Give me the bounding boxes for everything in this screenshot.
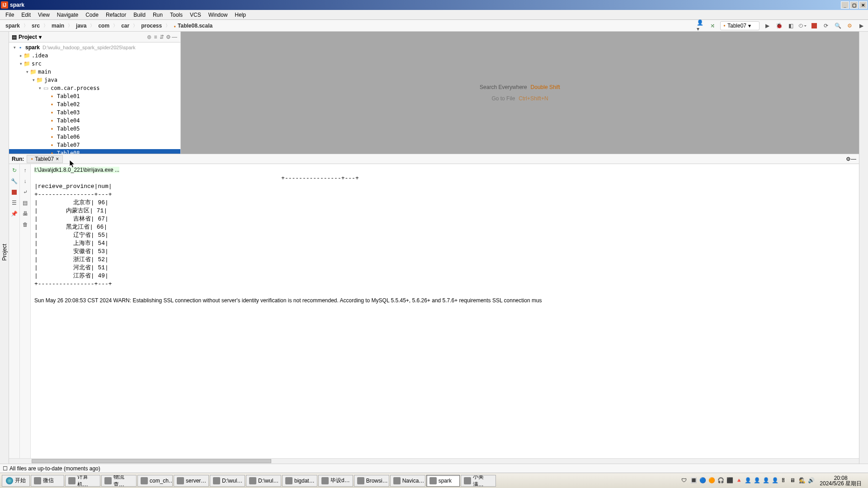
taskbar-button[interactable]: bigdat… <box>282 475 317 487</box>
search-icon[interactable]: 🔍 <box>834 22 842 30</box>
taskbar-button[interactable]: 小美满… <box>461 475 496 487</box>
menu-vcs[interactable]: VCS <box>186 11 205 19</box>
settings-icon[interactable]: ⚙ <box>165 34 171 40</box>
taskbar-button[interactable]: spark <box>426 475 460 487</box>
taskbar-button[interactable]: 毕设d… <box>318 475 353 487</box>
menu-help[interactable]: Help <box>231 11 250 19</box>
tree-item[interactable]: ▾📁src <box>9 60 180 68</box>
menu-view[interactable]: View <box>34 11 53 19</box>
tree-item[interactable]: Table08 <box>9 149 180 154</box>
hide-panel-icon[interactable]: — <box>171 34 178 40</box>
tray-icon[interactable]: 🛡 <box>681 477 689 484</box>
menu-edit[interactable]: Edit <box>18 11 34 19</box>
taskbar-button[interactable]: 物流查… <box>101 475 137 487</box>
maximize-button[interactable]: ▢ <box>850 1 858 9</box>
scroll-icon[interactable]: ▤ <box>22 199 29 206</box>
collapse-all-icon[interactable]: ⇵ <box>159 34 165 40</box>
stop-icon[interactable] <box>11 188 18 196</box>
tree-item[interactable]: ▾📁java <box>9 76 180 84</box>
tree-item[interactable]: Table03 <box>9 108 180 117</box>
wrap-icon[interactable]: ⤶ <box>22 188 29 196</box>
taskbar-button[interactable]: com_ch… <box>137 475 173 487</box>
run-anything-button[interactable]: ▶ <box>857 22 865 30</box>
crumb[interactable]: process <box>138 22 165 30</box>
menu-run[interactable]: Run <box>149 11 166 19</box>
print-icon[interactable]: 🖶 <box>22 210 29 217</box>
crumb[interactable]: java <box>73 22 89 30</box>
tree-item[interactable]: Table05 <box>9 125 180 133</box>
run-button[interactable]: ▶ <box>763 22 771 30</box>
taskbar-button[interactable]: 计算机… <box>65 475 100 487</box>
tray-icon[interactable]: ⬛ <box>726 477 734 484</box>
run-tab[interactable]: Table07 × <box>27 155 63 163</box>
run-hide-icon[interactable]: — <box>851 156 856 162</box>
tree-item[interactable]: ▸📁.idea <box>9 52 180 60</box>
debug-button[interactable]: 🐞 <box>775 22 783 30</box>
rerun-icon[interactable]: ↻ <box>11 167 18 174</box>
menu-tools[interactable]: Tools <box>166 11 186 19</box>
update-button[interactable]: ⟳ <box>822 22 830 30</box>
tree-item[interactable]: Table01 <box>9 92 180 100</box>
tray-icon[interactable]: 🖥 <box>790 477 797 484</box>
clear-icon[interactable]: 🗑 <box>22 221 29 228</box>
profile-button[interactable]: ⏲▾ <box>798 22 807 30</box>
tree-item[interactable]: Table02 <box>9 100 180 108</box>
tray-icon[interactable]: 🔵 <box>699 477 707 484</box>
tray-icon[interactable]: 🕵 <box>799 477 806 484</box>
tray-icon[interactable]: 👤 <box>772 477 779 484</box>
run-settings-icon[interactable]: ⚙ <box>846 156 851 162</box>
crumb[interactable]: spark <box>3 22 23 30</box>
tree-item[interactable]: Table07 <box>9 141 180 149</box>
tray-icon[interactable]: 🔊 <box>808 477 815 484</box>
add-config-icon[interactable]: 👤▾ <box>697 22 705 30</box>
run-config-selector[interactable]: Table07 ▾ <box>720 21 760 30</box>
layout-icon[interactable]: ☰ <box>11 199 18 206</box>
console-hscrollbar[interactable] <box>9 458 859 464</box>
tree-item[interactable]: ▾▭com.car.process <box>9 84 180 92</box>
console-output[interactable]: I:\Java\jdk1.8.0_221\bin\java.exe ... +-… <box>31 164 859 458</box>
crumb[interactable]: car <box>118 22 132 30</box>
expand-all-icon[interactable]: ≡ <box>152 34 159 40</box>
down-icon[interactable]: ↓ <box>22 178 29 185</box>
taskbar-button[interactable]: 微信 <box>31 475 64 487</box>
tray-icon[interactable]: 👤 <box>754 477 761 484</box>
tray-icon[interactable]: 🎧 <box>717 477 725 484</box>
menu-window[interactable]: Window <box>205 11 231 19</box>
tray-icon[interactable]: 🟠 <box>708 477 716 484</box>
project-tree[interactable]: ▾sparkD:\wuliu_hadoop_spark_spider2025\s… <box>9 42 180 154</box>
taskbar-button[interactable]: D:\wul… <box>246 475 281 487</box>
menu-file[interactable]: File <box>2 11 18 19</box>
taskbar-button[interactable]: D:\wul… <box>210 475 245 487</box>
crumb[interactable]: com <box>95 22 112 30</box>
tray-icon[interactable]: 🎚 <box>781 477 788 484</box>
crumb-current[interactable]: Table08.scala <box>171 22 215 30</box>
taskbar-button[interactable]: Browsi… <box>354 475 389 487</box>
close-button[interactable]: ✕ <box>859 1 867 9</box>
stop-button[interactable] <box>810 22 818 30</box>
tree-item[interactable]: Table04 <box>9 117 180 125</box>
select-opened-icon[interactable]: ⊚ <box>146 34 152 40</box>
menu-code[interactable]: Code <box>82 11 102 19</box>
minimize-button[interactable]: _ <box>841 1 849 9</box>
up-icon[interactable]: ↑ <box>22 167 29 174</box>
taskbar-button[interactable]: server… <box>174 475 209 487</box>
tree-item[interactable]: ▾sparkD:\wuliu_hadoop_spark_spider2025\s… <box>9 43 180 52</box>
tray-icon[interactable]: 👤 <box>763 477 770 484</box>
menu-refactor[interactable]: Refactor <box>102 11 130 19</box>
tray-icon[interactable]: 🔺 <box>736 477 743 484</box>
build-icon[interactable]: ⤨ <box>708 22 717 30</box>
pin-icon[interactable]: 📌 <box>11 210 18 217</box>
tree-item[interactable]: ▾📁main <box>9 68 180 76</box>
tree-item[interactable]: Table06 <box>9 133 180 141</box>
tray-icon[interactable]: 👤 <box>745 477 752 484</box>
settings-icon[interactable]: ⚙ <box>845 22 854 30</box>
crumb[interactable]: src <box>29 22 42 30</box>
taskbar-button[interactable]: Navica… <box>390 475 425 487</box>
menu-navigate[interactable]: Navigate <box>53 11 82 19</box>
taskbar-clock[interactable]: 20:08 2024/5/26 星期日 <box>817 475 864 486</box>
menu-build[interactable]: Build <box>130 11 149 19</box>
project-tool-tab[interactable]: Project <box>0 32 9 473</box>
coverage-button[interactable]: ◧ <box>787 22 795 30</box>
crumb[interactable]: main <box>49 22 67 30</box>
attach-icon[interactable]: 🔧 <box>11 178 18 185</box>
